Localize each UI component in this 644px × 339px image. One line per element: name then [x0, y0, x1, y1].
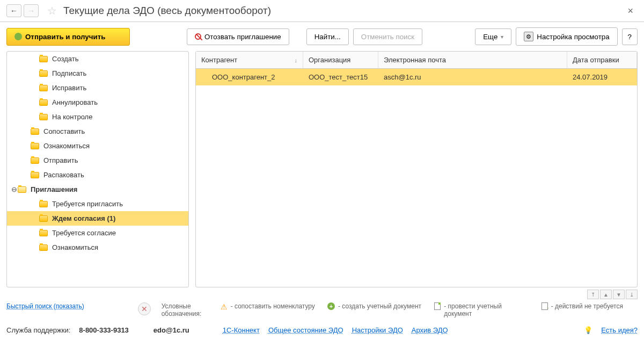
find-button[interactable]: Найти...: [306, 28, 349, 45]
back-button[interactable]: ←: [6, 4, 21, 17]
cancel-search-button[interactable]: Отменить поиск: [353, 28, 422, 45]
folder-icon: [39, 70, 48, 77]
link-edo-status[interactable]: Общее состояние ЭДО: [268, 326, 343, 334]
sidebar-item-label: Ознакомиться: [43, 142, 90, 150]
folder-open-icon: [18, 186, 26, 193]
folder-icon: [39, 114, 48, 120]
data-table: Контрагент ↓ Организация Электронная поч…: [195, 51, 638, 287]
support-phone: 8-800-333-9313: [79, 326, 129, 334]
collapse-icon[interactable]: ⊖: [10, 185, 18, 193]
support-email: edo@1c.ru: [153, 326, 189, 334]
nav-last-button[interactable]: ⤓: [626, 290, 638, 299]
sidebar-item-label: Подписать: [52, 69, 86, 77]
folder-icon: [31, 143, 39, 149]
refresh-icon: [14, 33, 22, 40]
folder-icon: [39, 201, 48, 207]
favorite-star-icon[interactable]: ☆: [47, 4, 57, 17]
col-send-date[interactable]: Дата отправки: [567, 52, 637, 68]
folder-icon: [39, 215, 48, 222]
document-icon: [434, 302, 441, 310]
folder-icon: [39, 99, 48, 106]
sidebar-item[interactable]: Сопоставить: [7, 124, 188, 139]
sidebar-item[interactable]: Требуется согласие: [7, 226, 188, 240]
sidebar-item-label: Ознакомиться: [52, 243, 98, 251]
chevron-down-icon: ▾: [501, 34, 503, 40]
sidebar-item[interactable]: Распаковать: [7, 168, 188, 182]
revoke-invite-button[interactable]: Отозвать приглашение: [187, 28, 289, 45]
sidebar-item-label: Приглашения: [31, 185, 77, 193]
nav-up-button[interactable]: ▲: [600, 290, 612, 299]
link-connect[interactable]: 1С-Коннект: [223, 326, 260, 334]
page-title: Текущие дела ЭДО (весь документооборот): [63, 5, 623, 17]
col-counterparty[interactable]: Контрагент ↓: [196, 52, 303, 68]
nav-down-button[interactable]: ▼: [613, 290, 625, 299]
sidebar-item-label: На контроле: [52, 113, 92, 121]
folder-icon: [39, 244, 48, 251]
sidebar-item[interactable]: Ознакомиться: [7, 240, 188, 255]
cell-email: asch@1c.ru: [378, 69, 567, 85]
col-organization[interactable]: Организация: [303, 52, 378, 68]
folder-icon: [31, 172, 39, 178]
cell-date: 24.07.2019: [567, 69, 637, 85]
link-edo-archive[interactable]: Архив ЭДО: [412, 326, 448, 334]
nav-first-button[interactable]: ⤒: [587, 290, 599, 299]
view-settings-button[interactable]: ⚙ Настройка просмотра: [516, 27, 617, 46]
sidebar-item[interactable]: ⊖Приглашения: [7, 182, 188, 197]
send-receive-button[interactable]: Отправить и получить: [6, 28, 130, 46]
sidebar-item-label: Аннулировать: [52, 98, 98, 106]
plus-icon: +: [327, 302, 335, 310]
folder-icon: [39, 230, 48, 236]
sidebar-item-label: Распаковать: [43, 171, 84, 179]
sidebar-item[interactable]: Ознакомиться: [7, 139, 188, 153]
folder-icon: [31, 128, 39, 135]
sidebar-item[interactable]: Создать: [7, 52, 188, 66]
cell-organization: ООО_тест_тест15: [303, 69, 378, 85]
sidebar-item-label: Создать: [52, 55, 78, 63]
sidebar-item[interactable]: На контроле: [7, 110, 188, 124]
table-header: Контрагент ↓ Организация Электронная поч…: [196, 52, 637, 69]
cancel-icon: [195, 33, 201, 40]
sidebar-item-label: Ждем согласия (1): [52, 214, 115, 222]
document-arrow-icon: [541, 302, 548, 310]
link-edo-settings[interactable]: Настройки ЭДО: [352, 326, 403, 334]
folder-tree[interactable]: СоздатьПодписатьИсправитьАннулироватьНа …: [6, 51, 189, 287]
folder-icon: [39, 56, 48, 62]
warning-icon: ⚠: [221, 302, 228, 311]
bulb-icon: 💡: [584, 326, 592, 334]
sidebar-item[interactable]: Подписать: [7, 66, 188, 81]
more-button[interactable]: Еще ▾: [475, 28, 511, 45]
sidebar-item-label: Исправить: [52, 84, 86, 92]
help-button[interactable]: ?: [622, 28, 638, 45]
gear-icon: ⚙: [524, 32, 533, 41]
folder-icon: [31, 157, 39, 164]
sidebar-item[interactable]: Отправить: [7, 153, 188, 168]
table-row[interactable]: ООО_контрагент_2ООО_тест_тест15asch@1c.r…: [196, 69, 637, 85]
sidebar-item-label: Требуется согласие: [52, 229, 116, 237]
quick-search-link[interactable]: Быстрый поиск (показать): [6, 302, 84, 310]
sidebar-item[interactable]: Исправить: [7, 81, 188, 95]
sidebar-item[interactable]: Ждем согласия (1): [7, 211, 188, 226]
forward-button[interactable]: →: [24, 4, 39, 17]
sidebar-item-label: Требуется пригласить: [52, 200, 123, 208]
cell-counterparty: ООО_контрагент_2: [196, 69, 303, 85]
col-email[interactable]: Электронная почта: [378, 52, 567, 68]
support-label: Служба поддержки:: [6, 326, 70, 334]
sidebar-item-label: Отправить: [43, 156, 78, 164]
sort-asc-icon: ↓: [295, 57, 298, 63]
close-icon[interactable]: ×: [623, 5, 638, 17]
idea-link[interactable]: Есть идея?: [601, 326, 638, 334]
sidebar-item[interactable]: Требуется пригласить: [7, 197, 188, 211]
sidebar-item-label: Сопоставить: [43, 127, 85, 135]
delete-button[interactable]: ✕: [138, 302, 151, 315]
legend-label: Условные обозначения:: [162, 302, 210, 318]
sidebar-item[interactable]: Аннулировать: [7, 95, 188, 110]
folder-icon: [39, 85, 48, 91]
